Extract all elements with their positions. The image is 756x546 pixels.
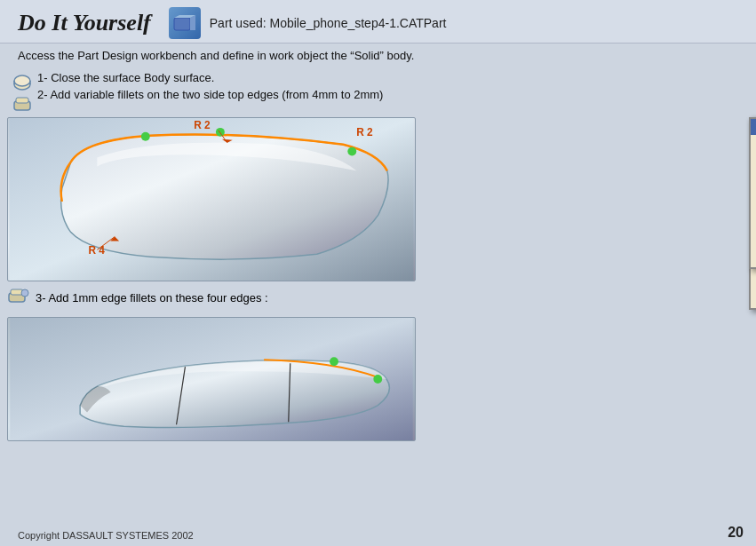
svg-point-22	[21, 289, 28, 297]
page: Do It Yourself Part used: Mobile_phone_s…	[0, 0, 756, 546]
copyright: Copyright DASSAULT SYSTEMES 2002	[18, 530, 194, 541]
model-view-bottom	[7, 317, 416, 441]
model-view-top: R 2 R 2 R 4	[7, 117, 416, 281]
svg-point-12	[141, 132, 150, 141]
close-surface-icon	[12, 73, 32, 92]
access-instruction: Access the Part Design workbench and def…	[18, 49, 738, 62]
svg-point-10	[347, 147, 356, 156]
step3-text: 3- Add 1mm edge fillets on these four ed…	[36, 291, 268, 305]
variable-fillet-icon	[12, 94, 32, 114]
part-icon	[169, 7, 201, 39]
step2-label: 2- Add variable fillets on the two side …	[37, 88, 383, 101]
svg-rect-8	[16, 98, 28, 103]
step3-area: 3- Add 1mm edge fillets on these four ed…	[7, 286, 744, 309]
edge-fillet-icon	[7, 286, 30, 309]
svg-text:R 2: R 2	[194, 119, 211, 131]
edge-fillet-definition-content: Radius: 1mm ▲ ▼ Object(s) to fillet: 4 E…	[751, 135, 756, 267]
svg-rect-0	[174, 18, 190, 30]
header: Do It Yourself Part used: Mobile_phone_s…	[0, 0, 756, 44]
svg-point-25	[373, 375, 382, 384]
content-area: Access the Part Design workbench and def…	[0, 44, 756, 71]
svg-point-24	[330, 357, 338, 366]
step1-label: 1- Close the surface Body surface.	[37, 71, 383, 84]
steps-text: 1- Close the surface Body surface. 2- Ad…	[37, 71, 383, 105]
edge-fillet-definition-title-bar: Edge Fillet Definition ? ×	[751, 119, 756, 135]
edge-fillet-definition-dialog[interactable]: Edge Fillet Definition ? × Radius: 1mm ▲…	[749, 117, 756, 269]
page-title: Do It Yourself	[18, 10, 151, 36]
part-used-label: Part used: Mobile_phone_step4-1.CATPart	[210, 16, 447, 30]
svg-point-4	[14, 75, 30, 86]
svg-text:R 4: R 4	[89, 244, 106, 257]
svg-text:R 2: R 2	[356, 126, 373, 138]
page-number: 20	[728, 525, 744, 541]
